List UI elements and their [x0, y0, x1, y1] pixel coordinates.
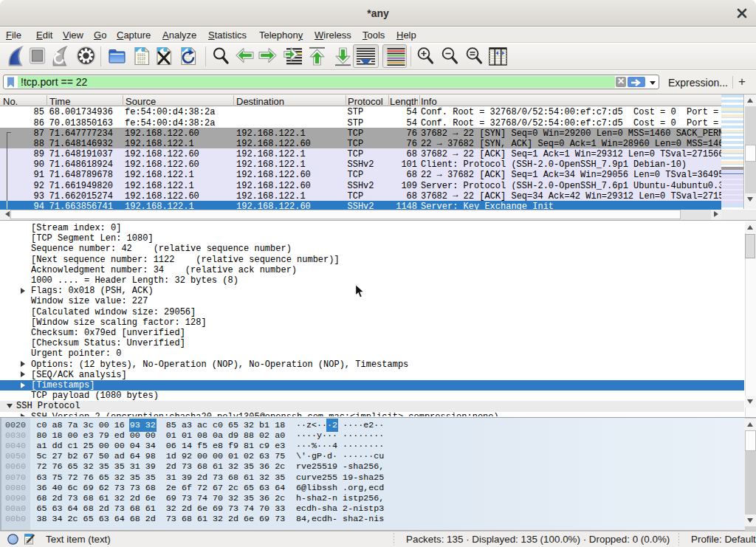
svg-text:0111: 0111	[137, 61, 145, 64]
